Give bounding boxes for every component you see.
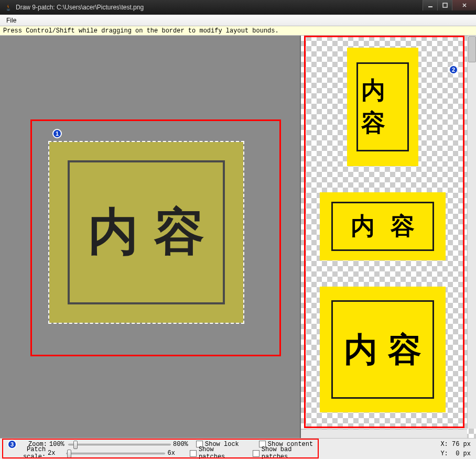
editor-pane[interactable]: 内容 1 [0, 36, 301, 438]
checker-bg: 内容 内容 内容 2 [301, 36, 476, 438]
titlebar: Draw 9-patch: C:\Users\acer\Pictures\tes… [0, 0, 476, 15]
coord-y-value: 0 px [456, 450, 471, 457]
annotation-badge-3: 3 [7, 440, 17, 449]
preview-portrait: 内容 [347, 48, 418, 166]
show-patches-label: Show patches [199, 446, 242, 459]
scrollbar-thumb[interactable] [468, 36, 476, 62]
patch-content-text: 内容 [72, 199, 220, 267]
show-bad-patches-checkbox[interactable]: Show bad patches [253, 446, 320, 459]
java-icon [4, 3, 13, 12]
zoom-value: 100% [49, 441, 66, 448]
annotation-badge-1: 1 [52, 129, 62, 138]
menu-file[interactable]: File [2, 16, 20, 25]
show-bad-patches-label: Show bad patches [262, 446, 320, 459]
preview-scrollbar-vertical[interactable] [467, 36, 476, 429]
preview-text: 内容 [358, 74, 407, 139]
workspace: 内容 1 内容 内容 内容 [0, 36, 476, 438]
footer: 3 Zoom: 100% 800% Show lock Show content… [0, 438, 476, 459]
svg-rect-1 [443, 3, 447, 7]
svg-rect-0 [428, 6, 432, 7]
scale-max: 6x [167, 450, 185, 457]
window-buttons [423, 0, 476, 10]
zoom-max: 800% [173, 441, 191, 448]
preview-pane: 内容 内容 内容 2 [301, 36, 476, 438]
preview-landscape: 内容 [320, 192, 446, 260]
cursor-coords: X: 76 px Y: 0 px [440, 440, 471, 458]
maximize-button[interactable] [437, 0, 452, 10]
window-title: Draw 9-patch: C:\Users\acer\Pictures\tes… [16, 4, 144, 11]
preview-text: 内容 [335, 210, 430, 243]
minimize-button[interactable] [423, 0, 437, 10]
menubar: File [0, 15, 476, 26]
annotation-badge-2: 2 [449, 65, 458, 74]
slider-thumb[interactable] [73, 441, 78, 449]
coord-x-value: 76 px [452, 441, 471, 448]
controls-panel: Zoom: 100% 800% Show lock Show content P… [0, 439, 322, 459]
show-patches-checkbox[interactable]: Show patches [190, 446, 242, 459]
scale-value: 2x [48, 450, 64, 457]
zoom-slider[interactable] [68, 441, 171, 448]
hint-bar: Press Control/Shift while dragging on th… [0, 26, 476, 36]
preview-square: 内容 [320, 287, 446, 412]
close-button[interactable] [452, 0, 476, 10]
patch-content-box: 内容 [68, 160, 225, 304]
coord-y-label: Y: [440, 450, 448, 457]
preview-text: 内容 [333, 327, 432, 373]
coord-x-label: X: [440, 441, 448, 448]
scale-slider[interactable] [66, 450, 165, 457]
preview-scrollbar-horizontal[interactable] [301, 429, 467, 438]
nine-patch-canvas[interactable]: 内容 [49, 142, 243, 323]
slider-thumb[interactable] [67, 450, 71, 458]
